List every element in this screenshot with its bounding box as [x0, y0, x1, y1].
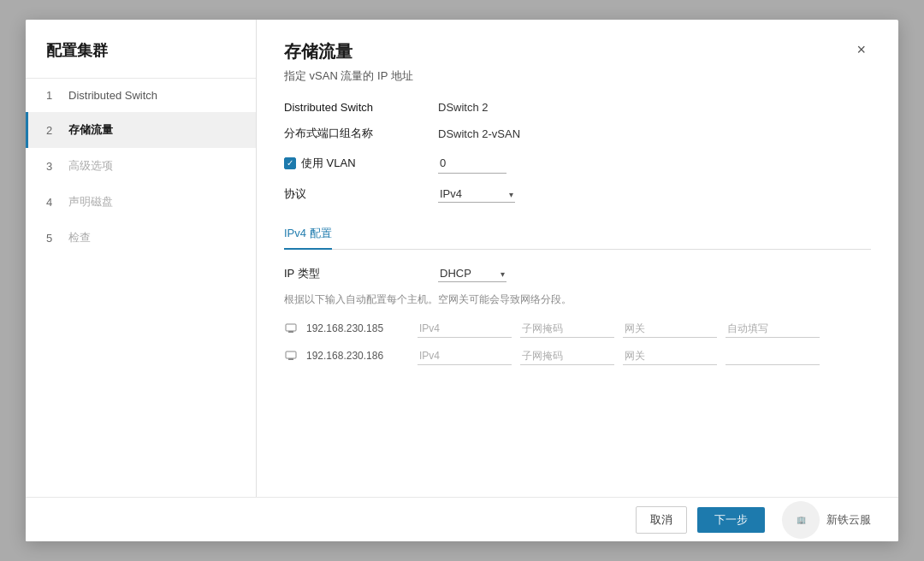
svg-rect-1	[288, 331, 293, 333]
main-title: 存储流量	[284, 40, 352, 63]
tab-ipv4[interactable]: IPv4 配置	[284, 219, 332, 250]
sidebar: 配置集群 1 Distributed Switch 2 存储流量 3 高级选项 …	[26, 20, 257, 541]
protocol-label: 协议	[284, 186, 438, 202]
svg-rect-3	[288, 358, 293, 360]
sidebar-item-step1[interactable]: 1 Distributed Switch	[26, 79, 256, 112]
subtitle: 指定 vSAN 流量的 IP 地址	[284, 68, 871, 84]
protocol-select-wrapper: IPv4 IPv6 ▾	[438, 186, 515, 203]
vlan-input[interactable]	[438, 153, 506, 174]
info-text: 根据以下输入自动配置每个主机。空网关可能会导致网络分段。	[284, 292, 871, 307]
dialog-footer: 取消 下一步 🏢 新铁云服	[26, 497, 898, 541]
step4-num: 4	[46, 196, 60, 209]
host-gateway-input-1[interactable]	[623, 319, 717, 338]
port-group-row: 分布式端口组名称 DSwitch 2-vSAN	[284, 126, 871, 141]
host-auto-input-2[interactable]	[726, 346, 820, 365]
distributed-switch-value: DSwitch 2	[438, 101, 489, 114]
step5-label: 检查	[68, 230, 91, 245]
host-ipv4-input-1[interactable]	[418, 319, 512, 338]
port-group-label: 分布式端口组名称	[284, 126, 438, 141]
host-ipv4-input-2[interactable]	[418, 346, 512, 365]
step1-num: 1	[46, 89, 60, 102]
cancel-button[interactable]: 取消	[636, 506, 687, 534]
host-auto-input-1[interactable]	[726, 319, 820, 338]
watermark-text: 新铁云服	[826, 512, 871, 528]
dialog-overlay: 配置集群 1 Distributed Switch 2 存储流量 3 高级选项 …	[0, 0, 924, 561]
vlan-checkbox[interactable]	[284, 157, 296, 169]
step4-label: 声明磁盘	[68, 194, 113, 210]
host-gateway-input-2[interactable]	[623, 346, 717, 365]
host-row-2: 192.168.230.186	[284, 346, 871, 365]
dialog: 配置集群 1 Distributed Switch 2 存储流量 3 高级选项 …	[26, 20, 898, 541]
host-ip-2: 192.168.230.186	[306, 350, 409, 362]
sidebar-item-step5: 5 检查	[26, 220, 256, 256]
host-subnet-input-2[interactable]	[520, 346, 614, 365]
next-button[interactable]: 下一步	[697, 507, 765, 533]
step5-num: 5	[46, 232, 60, 245]
sidebar-title: 配置集群	[26, 20, 256, 79]
ip-type-row: IP 类型 DHCP 静态 ▾	[284, 265, 871, 282]
ip-type-select[interactable]: DHCP 静态	[438, 265, 506, 282]
step2-label: 存储流量	[68, 122, 113, 138]
vlan-label-text: 使用 VLAN	[301, 156, 356, 171]
distributed-switch-label: Distributed Switch	[284, 101, 438, 114]
host-subnet-input-1[interactable]	[520, 319, 614, 338]
sidebar-item-step2[interactable]: 2 存储流量	[26, 112, 256, 148]
sidebar-item-step4: 4 声明磁盘	[26, 184, 256, 220]
dhcp-select-wrapper: DHCP 静态 ▾	[438, 265, 506, 282]
host-row-1: 192.168.230.185	[284, 319, 871, 338]
host-icon-2	[284, 349, 298, 363]
sidebar-item-step3: 3 高级选项	[26, 148, 256, 184]
close-button[interactable]: ×	[851, 40, 871, 59]
brand-logo: 🏢	[782, 501, 820, 539]
step2-num: 2	[46, 124, 60, 137]
host-ip-1: 192.168.230.185	[306, 322, 409, 334]
protocol-select[interactable]: IPv4 IPv6	[438, 186, 515, 203]
main-header: 存储流量 ×	[284, 40, 871, 63]
svg-rect-2	[286, 351, 296, 358]
ip-type-label: IP 类型	[284, 266, 438, 281]
step1-label: Distributed Switch	[68, 89, 157, 102]
step3-num: 3	[46, 160, 60, 173]
protocol-row: 协议 IPv4 IPv6 ▾	[284, 186, 871, 203]
svg-rect-0	[286, 324, 296, 331]
vlan-row: 使用 VLAN	[284, 153, 871, 174]
tabs: IPv4 配置	[284, 218, 871, 250]
distributed-switch-row: Distributed Switch DSwitch 2	[284, 101, 871, 114]
vlan-checkbox-label[interactable]: 使用 VLAN	[284, 156, 438, 171]
step3-label: 高级选项	[68, 158, 113, 174]
port-group-value: DSwitch 2-vSAN	[438, 127, 520, 140]
brand-logo-icon: 🏢	[797, 516, 806, 524]
main-content: 存储流量 × 指定 vSAN 流量的 IP 地址 Distributed Swi…	[257, 20, 898, 541]
host-icon-1	[284, 322, 298, 335]
